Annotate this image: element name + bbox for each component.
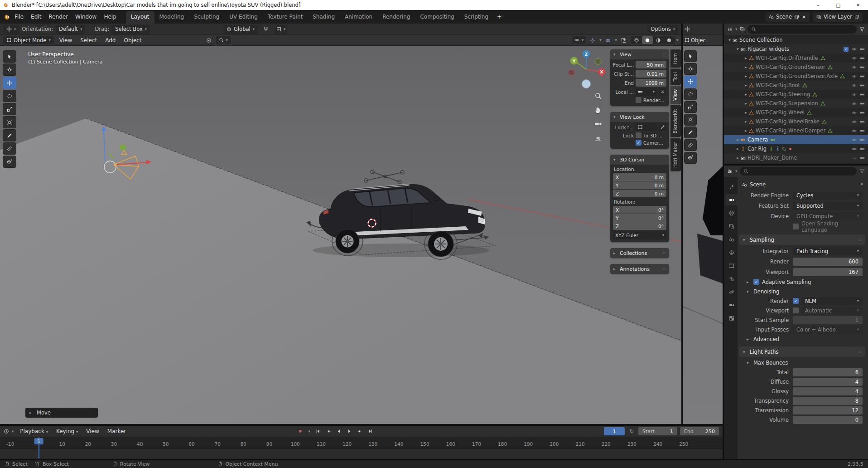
render-visibility-toggle[interactable] — [860, 146, 865, 151]
properties-tab-scene[interactable] — [725, 234, 738, 245]
render-visibility-toggle[interactable] — [860, 101, 865, 106]
field-transparency[interactable]: 8 — [793, 397, 863, 405]
dropdown-feature-set[interactable]: Supported▾ — [793, 202, 863, 210]
collections-panel-header[interactable]: ▸Collections∷ — [610, 248, 669, 258]
render-visibility-toggle[interactable] — [860, 128, 865, 133]
jump-start-button[interactable] — [313, 427, 323, 435]
pin-icon[interactable] — [859, 182, 864, 187]
tool-annotate[interactable] — [3, 129, 16, 141]
sidebar-tab-item[interactable]: Item — [670, 49, 681, 68]
timeline-editor-icon[interactable] — [4, 429, 9, 434]
rotation-mode-dropdown[interactable]: XYZ Euler▾ — [613, 231, 666, 239]
hide-viewport-toggle[interactable] — [852, 119, 857, 124]
tool-transform[interactable] — [684, 114, 697, 126]
sync-icon[interactable]: ↻ — [629, 428, 634, 434]
cursor-panel-header[interactable]: ▾3D Cursor — [610, 155, 669, 165]
hide-viewport-toggle[interactable] — [852, 56, 857, 61]
camera-to-view-checkbox[interactable]: ✓ — [636, 140, 641, 146]
checkbox-viewport[interactable] — [793, 307, 799, 313]
outliner-row-car-rig[interactable]: ▸ Car Rig — [724, 144, 868, 153]
advanced-subheader[interactable]: ▸Advanced — [739, 334, 867, 344]
render-visibility-toggle[interactable] — [860, 56, 865, 61]
play-reverse-button[interactable] — [334, 427, 344, 435]
start-frame-field[interactable]: Start1 — [638, 427, 677, 435]
render-visibility-toggle[interactable] — [860, 74, 865, 79]
workspace-tab-shading[interactable]: Shading — [308, 11, 340, 24]
jump-end-button[interactable] — [365, 427, 375, 435]
workspace-tab-modeling[interactable]: Modeling — [154, 11, 189, 24]
maximize-button[interactable]: □ — [828, 0, 848, 10]
filter-icon[interactable] — [859, 27, 865, 32]
checkbox-render[interactable]: ✓ — [793, 298, 799, 304]
axis-y-neg-handle[interactable] — [595, 58, 601, 64]
expand-arrow[interactable]: ▸ — [743, 92, 749, 97]
field-render[interactable]: 600 — [793, 258, 863, 266]
shading-material-button[interactable] — [653, 36, 664, 44]
field-glossy[interactable]: 4 — [793, 387, 863, 395]
zoom-icon[interactable] — [594, 92, 602, 100]
visibility-dropdown[interactable]: ▾ — [572, 36, 586, 44]
shading-solid-button[interactable] — [642, 36, 653, 44]
properties-tab-constraints[interactable] — [725, 273, 738, 284]
outliner-editor-icon[interactable] — [727, 27, 733, 32]
view-lock-panel-header[interactable]: ▾View Lock — [610, 112, 669, 122]
sidebar-tab-tool[interactable]: Tool — [670, 68, 681, 85]
outliner-row-camera[interactable]: ▸ Camera — [724, 135, 868, 144]
axis-x-neg-handle[interactable] — [568, 69, 574, 76]
play-button[interactable] — [344, 427, 354, 435]
render-visibility-toggle[interactable] — [860, 156, 865, 161]
properties-tab-render[interactable] — [725, 194, 738, 205]
prev-keyframe-button[interactable] — [323, 427, 333, 435]
lock-object-field[interactable] — [636, 123, 657, 131]
workspace-tab-uv-editing[interactable]: UV Editing — [224, 11, 263, 24]
expand-arrow[interactable]: ▸ — [743, 101, 749, 106]
max-bounces-subheader[interactable]: ▾Max Bounces — [739, 358, 867, 367]
field-clip-st[interactable]: 0.01 m — [636, 70, 666, 78]
render-region-checkbox[interactable] — [636, 97, 641, 103]
tool-select-box[interactable] — [684, 50, 697, 62]
perspective-toggle-icon[interactable] — [594, 134, 602, 142]
field-volume[interactable]: 0 — [793, 416, 863, 424]
close-button[interactable]: ✕ — [848, 0, 868, 10]
outliner-row-rigacar-widgets[interactable]: ▾ Rigacar widgets ✓ — [724, 44, 868, 54]
workspace-tab-texture-paint[interactable]: Texture Paint — [263, 11, 308, 24]
snap-toggle[interactable] — [260, 25, 271, 34]
timeline-track-area[interactable]: -101020304050607080901001101201301401501… — [0, 437, 723, 458]
outliner-row-wgt-carrig-suspension[interactable]: ▸ WGT-CarRig.Suspension — [724, 99, 868, 108]
menu-render[interactable]: Render — [45, 12, 72, 22]
workspace-tab-animation[interactable]: Animation — [340, 11, 377, 24]
new-scene-icon[interactable] — [794, 15, 799, 20]
tool-annotate[interactable] — [684, 127, 697, 138]
show-gizmo-toggle[interactable] — [587, 36, 598, 44]
expand-arrow[interactable]: ▾ — [735, 47, 741, 51]
timeline-menu-keying[interactable]: Keying ▾ — [53, 426, 82, 436]
tool-move[interactable] — [684, 76, 697, 88]
sampling-section-header[interactable]: ▾Sampling∷ — [739, 234, 865, 245]
field-end[interactable]: 1000 m — [636, 79, 666, 87]
expand-arrow[interactable]: ▸ — [735, 137, 741, 142]
move-gizmo[interactable] — [101, 126, 152, 165]
expand-arrow[interactable]: ▸ — [743, 83, 749, 88]
proportional-editing-toggle[interactable] — [203, 36, 214, 44]
end-frame-field[interactable]: End250 — [680, 427, 719, 435]
drag-dropdown[interactable]: Select Box▾ — [112, 25, 150, 34]
menu-edit[interactable]: Edit — [27, 12, 45, 22]
pan-hand-icon[interactable] — [594, 106, 602, 114]
field-diffuse[interactable]: 4 — [793, 378, 863, 386]
render-visibility-toggle[interactable] — [860, 110, 865, 115]
outliner-row-wgt-carrig-steering[interactable]: ▸ WGT-CarRig.Steering — [724, 90, 868, 99]
menu-file[interactable]: File — [11, 12, 27, 22]
hide-viewport-toggle[interactable] — [852, 92, 857, 97]
field-transmission[interactable]: 12 — [793, 406, 863, 414]
move-tool-icon[interactable] — [685, 26, 690, 32]
tool-cursor[interactable] — [684, 63, 697, 75]
hide-viewport-toggle[interactable] — [852, 128, 857, 133]
hide-viewport-toggle[interactable] — [852, 110, 857, 115]
tool-measure[interactable] — [684, 139, 697, 151]
adaptive-sampling-checkbox[interactable]: ✓ — [753, 279, 759, 285]
expand-arrow[interactable]: ▾ — [727, 38, 733, 42]
timeline-menu-marker[interactable]: Marker — [104, 426, 130, 436]
hide-viewport-toggle[interactable] — [852, 74, 857, 79]
tool-select-box[interactable] — [3, 50, 16, 63]
filter-icon[interactable] — [859, 169, 865, 174]
